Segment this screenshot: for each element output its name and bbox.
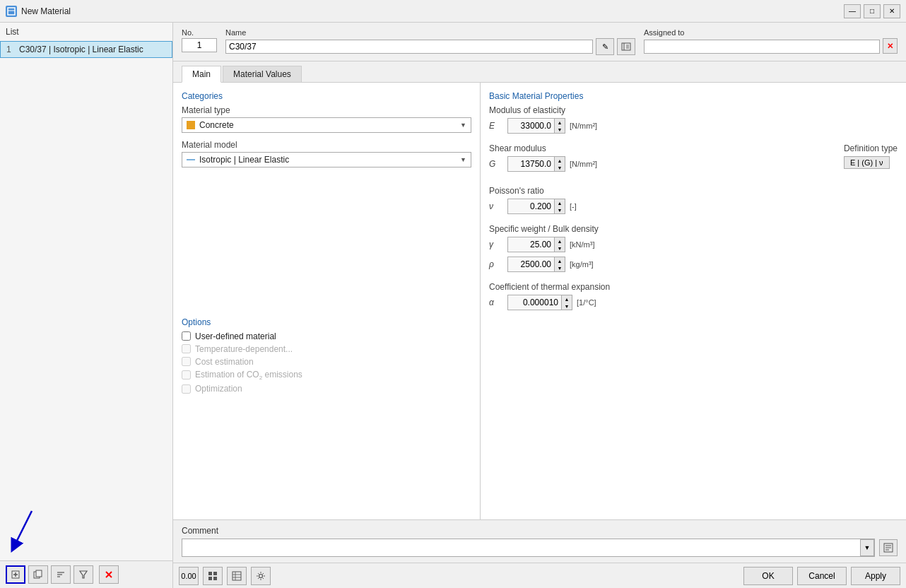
modulus-down[interactable]: ▼ [555, 126, 565, 133]
material-type-row: Material type Concrete ▼ [182, 105, 471, 133]
new-material-button[interactable] [6, 565, 25, 584]
status-left: 0.00 [179, 567, 271, 585]
thermal-up[interactable]: ▲ [562, 295, 572, 302]
clear-assigned-button[interactable]: ✕ [883, 38, 898, 54]
gamma-down[interactable]: ▼ [555, 245, 565, 252]
status-btn-table[interactable] [227, 567, 247, 585]
assigned-input[interactable] [644, 40, 880, 54]
no-input[interactable]: 1 [182, 38, 217, 52]
poisson-group: Poisson's ratio ν ▲ ▼ [-] [489, 186, 898, 214]
modulus-input[interactable] [508, 119, 554, 132]
modulus-up[interactable]: ▲ [555, 119, 565, 126]
sort-button[interactable] [51, 565, 71, 584]
copy-button[interactable] [28, 565, 48, 584]
list-item[interactable]: 1 C30/37 | Isotropic | Linear Elastic [0, 41, 172, 58]
rho-symbol: ρ [489, 259, 503, 269]
material-type-dropdown[interactable]: Concrete ▼ [182, 117, 471, 133]
rho-down[interactable]: ▼ [555, 264, 565, 271]
user-defined-checkbox[interactable] [182, 331, 191, 341]
comment-input-row: ▼ [182, 539, 898, 557]
comment-input[interactable] [182, 539, 860, 556]
comment-field-wrap: ▼ [182, 539, 875, 557]
poisson-symbol: ν [489, 201, 503, 211]
tab-material-values[interactable]: Material Values [223, 66, 302, 82]
co2-checkbox[interactable] [182, 370, 191, 380]
specific-weight-group: Specific weight / Bulk density γ ▲ ▼ [kN… [489, 224, 898, 272]
model-dropdown-chevron: ▼ [460, 156, 466, 163]
thermal-input-wrap: ▲ ▼ [507, 295, 572, 310]
cancel-button[interactable]: Cancel [797, 567, 847, 585]
poisson-unit: [-] [570, 202, 608, 211]
shear-up[interactable]: ▲ [555, 157, 565, 164]
temperature-checkbox[interactable] [182, 344, 191, 353]
gamma-input[interactable] [508, 238, 554, 251]
comment-dropdown-button[interactable]: ▼ [860, 539, 874, 556]
gamma-spinner: ▲ ▼ [554, 237, 565, 252]
name-input-row: ✎ [225, 38, 635, 55]
poisson-up[interactable]: ▲ [555, 199, 565, 206]
material-library-button[interactable] [617, 38, 635, 55]
rho-input-wrap: ▲ ▼ [507, 257, 565, 272]
rho-up[interactable]: ▲ [555, 257, 565, 264]
definition-type-button[interactable]: E | (G) | ν [844, 156, 890, 169]
shear-unit: [N/mm²] [570, 160, 608, 168]
comment-area: Comment ▼ [173, 519, 906, 563]
optimization-checkbox[interactable] [182, 384, 191, 394]
rho-unit: [kg/m³] [570, 260, 608, 269]
categories-section: Categories Material type Concrete ▼ Ma [182, 91, 471, 167]
thermal-input[interactable] [508, 296, 561, 309]
gamma-up[interactable]: ▲ [555, 237, 565, 245]
assigned-group: Assigned to ✕ [644, 28, 898, 55]
material-model-row: Material model Isotropic | Linear Elasti… [182, 140, 471, 167]
edit-name-button[interactable]: ✎ [596, 38, 614, 55]
options-title: Options [182, 317, 471, 327]
status-right: OK Cancel Apply [743, 567, 900, 585]
cost-checkbox[interactable] [182, 357, 191, 366]
delete-button[interactable] [99, 565, 119, 584]
rho-spinner: ▲ ▼ [554, 257, 565, 271]
name-input[interactable] [225, 40, 593, 54]
maximize-button[interactable]: □ [864, 4, 881, 18]
main-container: List 1 C30/37 | Isotropic | Linear Elast… [0, 23, 906, 588]
status-btn-value[interactable]: 0.00 [179, 567, 199, 585]
minimize-button[interactable]: — [844, 4, 861, 18]
status-bar: 0.00 OK Cancel Apply [173, 563, 906, 588]
content-area: Categories Material type Concrete ▼ Ma [173, 83, 906, 519]
list-item-num: 1 [6, 45, 15, 54]
thermal-down[interactable]: ▼ [562, 302, 572, 310]
shear-down[interactable]: ▼ [555, 164, 565, 171]
svg-rect-25 [213, 572, 217, 575]
modulus-label: Modulus of elasticity [489, 105, 898, 115]
blue-arrow-annotation [7, 507, 46, 553]
title-bar: New Material — □ ✕ [0, 0, 906, 23]
poisson-input[interactable] [508, 200, 554, 213]
material-model-dropdown[interactable]: Isotropic | Linear Elastic ▼ [182, 152, 471, 167]
no-label: No. [182, 28, 217, 37]
user-defined-label: User-defined material [195, 331, 276, 341]
tab-main[interactable]: Main [182, 66, 221, 83]
modulus-group: Modulus of elasticity E ▲ ▼ [N/mm²] [489, 105, 898, 134]
apply-button[interactable]: Apply [851, 567, 900, 585]
svg-marker-12 [80, 571, 87, 578]
checkbox-cost: Cost estimation [182, 357, 471, 367]
rho-input[interactable] [508, 258, 554, 271]
ok-button[interactable]: OK [743, 567, 793, 585]
filter-button[interactable] [73, 565, 93, 584]
optimization-label: Optimization [195, 384, 242, 394]
status-btn-settings[interactable] [251, 567, 271, 585]
assigned-label: Assigned to [644, 28, 898, 37]
assigned-row: ✕ [644, 38, 898, 54]
thermal-label: Coefficient of thermal expansion [489, 282, 898, 292]
shear-header: Shear modulus G ▲ ▼ [N [489, 143, 898, 176]
modulus-input-wrap: ▲ ▼ [507, 118, 565, 134]
thermal-spinner: ▲ ▼ [561, 295, 572, 310]
comment-action-button[interactable] [879, 539, 898, 556]
specific-weight-label: Specific weight / Bulk density [489, 224, 898, 234]
shear-input[interactable] [508, 158, 554, 170]
status-btn-grid[interactable] [203, 567, 223, 585]
shear-label: Shear modulus [489, 143, 608, 153]
tabs: Main Material Values [173, 61, 906, 83]
close-button[interactable]: ✕ [883, 4, 900, 18]
poisson-down[interactable]: ▼ [555, 206, 565, 213]
gamma-symbol: γ [489, 240, 503, 249]
